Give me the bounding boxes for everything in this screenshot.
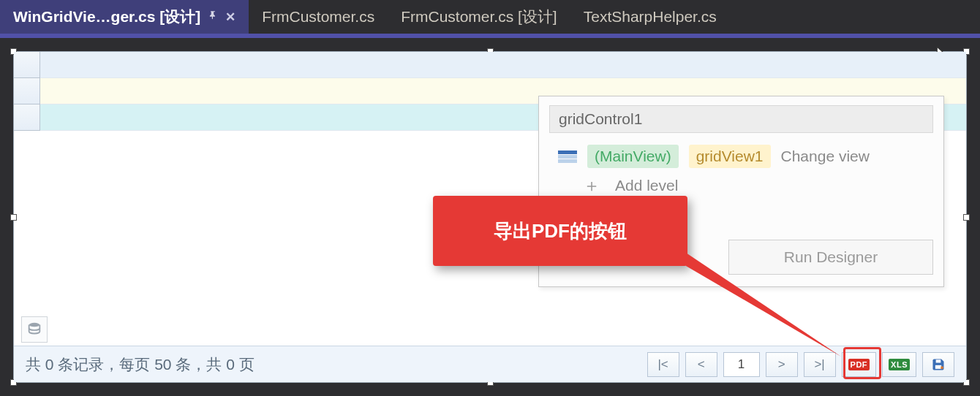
svg-point-3 bbox=[29, 323, 40, 327]
view-name-tag[interactable]: gridView1 bbox=[689, 145, 771, 168]
smart-panel-title: gridControl1 bbox=[549, 105, 933, 133]
annotation-callout: 导出PDF的按钮 bbox=[433, 196, 687, 266]
tab-frmcustomer-designer[interactable]: FrmCustomer.cs [设计] bbox=[388, 0, 570, 34]
export-pdf-button[interactable]: PDF bbox=[842, 352, 877, 377]
selection-handle[interactable] bbox=[10, 214, 17, 221]
datasource-icon[interactable] bbox=[21, 316, 48, 343]
tab-wingridviewer-designer[interactable]: WinGridVie…ger.cs [设计] ✕ bbox=[0, 0, 249, 34]
pager-first-button[interactable]: |< bbox=[647, 352, 679, 377]
add-level-link[interactable]: Add level bbox=[615, 177, 678, 194]
svg-rect-1 bbox=[558, 155, 577, 159]
pager-next-button[interactable]: > bbox=[766, 352, 798, 377]
close-icon[interactable]: ✕ bbox=[225, 9, 235, 25]
export-xls-button[interactable]: XLS bbox=[882, 352, 916, 377]
grid-row-header-column bbox=[14, 52, 40, 131]
smart-panel-addlevel-row: ＋ Add level bbox=[549, 170, 933, 199]
grid-row-header bbox=[14, 52, 39, 78]
pager-buttons: |< < > >| PDF XLS bbox=[647, 352, 954, 377]
tab-textsharphelper-cs[interactable]: TextSharpHelper.cs bbox=[570, 0, 730, 34]
svg-rect-2 bbox=[558, 159, 577, 163]
pin-icon[interactable] bbox=[208, 9, 218, 24]
svg-rect-6 bbox=[941, 366, 943, 368]
pager-page-input[interactable] bbox=[723, 352, 760, 377]
save-icon bbox=[931, 357, 946, 372]
pager-last-button[interactable]: >| bbox=[804, 352, 836, 377]
tab-label: TextSharpHelper.cs bbox=[584, 8, 717, 26]
pager-bar: 共 0 条记录，每页 50 条，共 0 页 |< < > >| PDF XLS bbox=[14, 346, 966, 382]
save-button[interactable] bbox=[922, 352, 954, 377]
tab-label: FrmCustomer.cs bbox=[262, 8, 374, 26]
change-view-link[interactable]: Change view bbox=[781, 148, 870, 165]
run-designer-button[interactable]: Run Designer bbox=[728, 240, 933, 275]
pager-info-label: 共 0 条记录，每页 50 条，共 0 页 bbox=[26, 354, 647, 375]
tab-label: WinGridVie…ger.cs [设计] bbox=[13, 7, 200, 27]
plus-icon: ＋ bbox=[578, 174, 605, 197]
pdf-icon: PDF bbox=[848, 359, 870, 370]
grid-row bbox=[40, 52, 966, 78]
selection-handle[interactable] bbox=[963, 214, 970, 221]
grid-row-header bbox=[14, 104, 39, 131]
svg-rect-4 bbox=[935, 365, 941, 368]
document-tabstrip: WinGridVie…ger.cs [设计] ✕ FrmCustomer.cs … bbox=[0, 0, 980, 34]
svg-rect-0 bbox=[558, 151, 577, 154]
pager-prev-button[interactable]: < bbox=[685, 352, 717, 377]
xls-icon: XLS bbox=[889, 359, 910, 370]
svg-rect-5 bbox=[936, 359, 941, 362]
callout-text: 导出PDF的按钮 bbox=[494, 218, 627, 244]
grid-icon bbox=[558, 150, 577, 163]
tab-frmcustomer-cs[interactable]: FrmCustomer.cs bbox=[249, 0, 388, 34]
designer-surface: gridControl1 (MainView) gridView1 Change… bbox=[0, 38, 980, 396]
grid-row-header bbox=[14, 78, 39, 104]
tab-label: FrmCustomer.cs [设计] bbox=[401, 7, 557, 27]
main-view-tag[interactable]: (MainView) bbox=[587, 145, 679, 168]
smart-panel-view-row: (MainView) gridView1 Change view bbox=[549, 140, 933, 170]
